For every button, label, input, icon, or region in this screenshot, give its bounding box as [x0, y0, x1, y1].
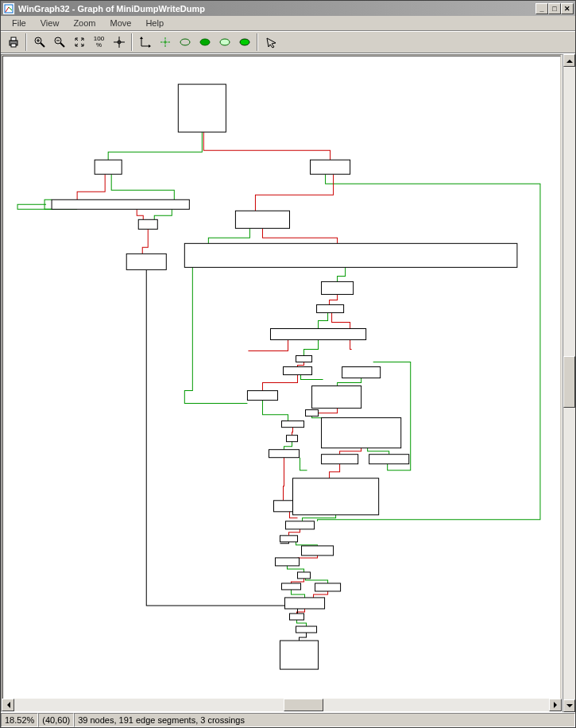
svg-point-24: [180, 39, 190, 45]
graph-node[interactable]: [311, 160, 350, 174]
ellipse-outline-icon[interactable]: [176, 33, 194, 51]
graph-edge: [292, 590, 305, 598]
graph-edge: [314, 591, 328, 598]
scroll-up-button[interactable]: [563, 54, 575, 67]
graph-node[interactable]: [270, 328, 365, 339]
graph-node[interactable]: [52, 199, 189, 209]
graph-canvas[interactable]: [3, 56, 560, 711]
graph-node[interactable]: [306, 410, 319, 416]
print-icon[interactable]: [4, 33, 22, 51]
menu-zoom[interactable]: Zoom: [67, 17, 102, 29]
app-icon: [2, 2, 15, 15]
graph-node[interactable]: [322, 281, 354, 294]
graph-node[interactable]: [287, 436, 298, 442]
graph-node[interactable]: [95, 160, 122, 174]
graph-node[interactable]: [312, 386, 361, 409]
zoom-out-icon[interactable]: [50, 33, 68, 51]
menu-help[interactable]: Help: [139, 17, 170, 29]
scroll-left-button[interactable]: [2, 699, 14, 711]
vscroll-thumb[interactable]: [563, 356, 575, 408]
graph-node[interactable]: [290, 614, 304, 620]
graph-edge: [303, 515, 336, 521]
graph-edge: [77, 174, 105, 199]
separator: [257, 33, 258, 51]
svg-point-26: [220, 39, 230, 45]
window-title: WinGraph32 - Graph of MiniDumpWriteDump: [18, 4, 205, 14]
fit-window-icon[interactable]: [70, 33, 88, 51]
zoom-100-icon[interactable]: 100 %: [90, 33, 108, 51]
graph-node[interactable]: [293, 478, 379, 515]
graph-node[interactable]: [281, 583, 300, 590]
menu-view[interactable]: View: [34, 17, 66, 29]
zoom-in-icon[interactable]: [30, 33, 48, 51]
graph-node[interactable]: [296, 356, 312, 362]
graph-edge: [296, 542, 318, 546]
hscroll-thumb[interactable]: [284, 699, 323, 711]
graph-edge: [330, 294, 338, 304]
graph-edge: [319, 312, 328, 328]
menu-move[interactable]: Move: [104, 17, 138, 29]
graph-node[interactable]: [280, 641, 318, 669]
graph-edge: [255, 174, 333, 211]
graph-node[interactable]: [178, 84, 226, 132]
graph-node[interactable]: [317, 304, 344, 312]
graph-node[interactable]: [322, 455, 358, 464]
graph-edge: [292, 579, 304, 583]
graph-node[interactable]: [285, 521, 314, 529]
toolbar: 100 %: [1, 31, 575, 53]
graph-node[interactable]: [126, 254, 166, 269]
separator: [131, 33, 133, 51]
graph-edge: [288, 566, 304, 572]
graph-node[interactable]: [275, 558, 299, 566]
scroll-right-button[interactable]: [549, 699, 562, 711]
hscroll-track[interactable]: [14, 699, 549, 711]
svg-line-7: [41, 43, 44, 47]
arrow-tool-icon[interactable]: [261, 33, 280, 51]
graph-node[interactable]: [315, 583, 341, 591]
status-zoom: 18.52%: [1, 713, 38, 727]
graph-node[interactable]: [296, 626, 317, 633]
graph-edge: [292, 428, 293, 436]
ellipse-green-icon[interactable]: [195, 33, 214, 51]
center-icon[interactable]: [110, 33, 128, 51]
svg-rect-5: [11, 44, 16, 47]
canvas-viewport[interactable]: [2, 56, 561, 711]
menu-file[interactable]: File: [6, 17, 33, 29]
close-button[interactable]: ✕: [561, 3, 574, 14]
graph-node[interactable]: [298, 572, 311, 579]
graph-node[interactable]: [269, 450, 299, 458]
graph-edge: [300, 633, 307, 641]
graph-node[interactable]: [283, 367, 311, 375]
svg-point-27: [240, 39, 249, 45]
horizontal-scrollbar[interactable]: [2, 699, 562, 711]
graph-node[interactable]: [281, 421, 303, 428]
graph-edge: [338, 267, 346, 281]
graph-edge: [340, 448, 361, 455]
graph-node[interactable]: [342, 367, 381, 378]
origin-icon[interactable]: [136, 33, 154, 51]
grid-toggle-icon[interactable]: [156, 33, 174, 51]
graph-node[interactable]: [184, 243, 517, 267]
graph-edge: [338, 378, 361, 386]
minimize-button[interactable]: _: [535, 3, 548, 14]
graph-edge: [301, 375, 323, 380]
maximize-button[interactable]: □: [548, 3, 561, 14]
ellipse-fill-icon[interactable]: [235, 33, 253, 51]
graph-edge: [137, 209, 143, 219]
graph-edge: [111, 174, 174, 199]
titlebar[interactable]: WinGraph32 - Graph of MiniDumpWriteDump …: [1, 1, 575, 16]
graph-node[interactable]: [302, 546, 334, 556]
graph-node[interactable]: [369, 455, 409, 464]
graph-node[interactable]: [235, 211, 289, 228]
graph-node[interactable]: [247, 391, 277, 401]
scroll-down-button[interactable]: [563, 699, 575, 712]
graph-node[interactable]: [284, 598, 324, 609]
graph-node[interactable]: [322, 418, 401, 448]
app-window: WinGraph32 - Graph of MiniDumpWriteDump …: [0, 0, 576, 728]
graph-edge: [330, 464, 340, 478]
ellipse-light-icon[interactable]: [215, 33, 234, 51]
svg-line-2: [9, 7, 12, 10]
vertical-scrollbar[interactable]: [562, 54, 575, 712]
graph-node[interactable]: [138, 219, 157, 229]
graph-node[interactable]: [280, 536, 297, 542]
